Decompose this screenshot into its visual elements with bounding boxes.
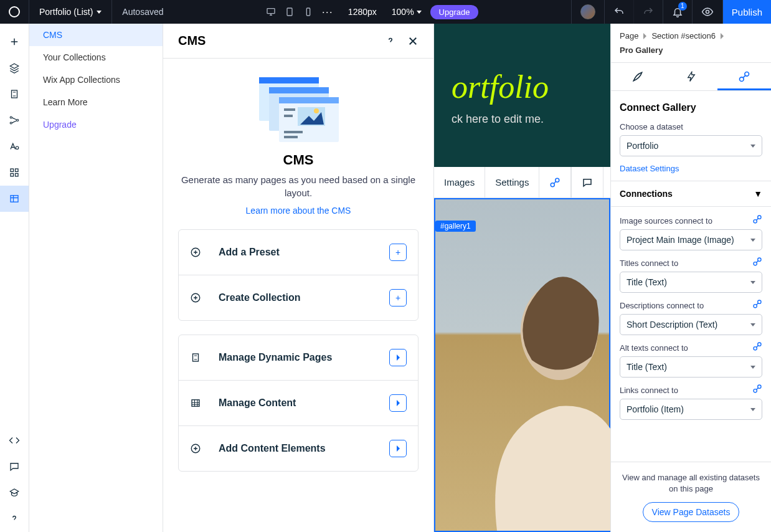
field-label: Alt texts connect to (620, 343, 688, 353)
mobile-device-icon[interactable] (303, 7, 313, 17)
cms-card[interactable]: Manage Dynamic Pages (179, 335, 418, 380)
plus-button[interactable]: + (389, 289, 407, 306)
bind-icon[interactable] (752, 257, 762, 269)
canvas-width[interactable]: 1280px (342, 7, 383, 17)
chat-icon[interactable] (0, 454, 29, 480)
svg-rect-1 (287, 8, 292, 16)
connect-tab-icon[interactable] (717, 63, 771, 90)
svg-rect-10 (16, 169, 19, 172)
preview-button[interactable] (692, 0, 722, 24)
dataset-dropdown[interactable]: Portfolio (620, 135, 762, 156)
arrow-button[interactable] (389, 349, 407, 366)
svg-point-5 (10, 116, 12, 118)
design-tab-icon[interactable] (611, 63, 665, 90)
hero-section[interactable]: ortfolio ck here to edit me. (434, 24, 610, 167)
animation-tab-icon[interactable] (665, 63, 718, 90)
cms-card[interactable]: Create Collection+ (179, 275, 418, 320)
sidelist-item[interactable]: Learn More (29, 91, 163, 113)
arrow-button[interactable] (389, 440, 407, 457)
field-dropdown[interactable]: Title (Text) (620, 356, 762, 378)
help-icon[interactable] (603, 167, 610, 197)
field-dropdown[interactable]: Portfolio (Item) (620, 399, 762, 420)
gallery-image[interactable] (434, 198, 610, 532)
breadcrumb: Page Section #section6 Pro Gallery (611, 24, 771, 63)
left-rail (0, 24, 29, 532)
typography-icon[interactable] (0, 133, 29, 159)
undo-button[interactable] (604, 0, 633, 24)
close-icon[interactable] (407, 36, 419, 47)
field-dropdown[interactable]: Project Main Image (Image) (620, 229, 762, 250)
cms-card[interactable]: Manage Content (179, 380, 418, 425)
cms-card[interactable]: Add a Preset+ (179, 230, 418, 275)
autosave-status: Autosaved (112, 0, 173, 24)
network-icon[interactable] (0, 107, 29, 133)
card-label: Manage Content (219, 397, 389, 409)
svg-point-36 (754, 220, 757, 223)
dev-mode-icon[interactable] (0, 427, 29, 454)
bind-icon[interactable] (752, 341, 762, 354)
bind-icon[interactable] (752, 299, 762, 311)
publish-button[interactable]: Publish (722, 0, 771, 24)
cms-card[interactable]: Add Content Elements (179, 425, 418, 471)
canvas: ortfolio ck here to edit me. #gallery1 I… (434, 24, 610, 532)
logo[interactable] (0, 0, 29, 24)
connect-data-icon[interactable] (539, 167, 571, 197)
apps-icon[interactable] (0, 159, 29, 186)
view-page-datasets-button[interactable]: View Page Datasets (643, 502, 740, 522)
svg-point-37 (758, 216, 761, 219)
section-title: Connect Gallery (620, 102, 762, 113)
field-dropdown[interactable]: Short Description (Text) (620, 314, 762, 335)
svg-point-35 (745, 72, 749, 77)
learn-more-link[interactable]: Learn more about the CMS (178, 206, 419, 216)
layers-icon[interactable] (0, 55, 29, 81)
bind-icon[interactable] (752, 214, 762, 227)
svg-point-44 (754, 389, 757, 392)
plus-button[interactable]: + (389, 244, 407, 261)
sidelist-item[interactable]: CMS (29, 24, 163, 46)
svg-rect-0 (267, 9, 275, 14)
svg-point-40 (754, 305, 757, 308)
tab-images[interactable]: Images (434, 167, 485, 197)
sidelist-item[interactable]: Upgrade (29, 113, 163, 136)
help-icon[interactable] (0, 506, 29, 532)
sidelist-item[interactable]: Your Collections (29, 46, 163, 69)
chevron-down-icon (97, 11, 102, 14)
dataset-settings-link[interactable]: Dataset Settings (620, 164, 679, 173)
add-icon[interactable] (0, 29, 29, 55)
comment-icon[interactable] (571, 167, 603, 197)
arrow-button[interactable] (389, 394, 407, 412)
zoom-selector[interactable]: 100% (392, 7, 422, 17)
cms-icon[interactable] (0, 186, 29, 212)
bind-icon[interactable] (752, 384, 762, 396)
breadcrumb-item[interactable]: Section #section6 (651, 31, 716, 40)
connections-accordion[interactable]: Connections ▼ (611, 181, 771, 207)
tablet-device-icon[interactable] (285, 7, 295, 17)
page-icon[interactable] (0, 81, 29, 107)
help-icon[interactable] (385, 36, 396, 47)
more-devices-icon[interactable]: ··· (322, 6, 333, 19)
learn-icon[interactable] (0, 480, 29, 506)
breadcrumb-item[interactable]: Page (620, 31, 638, 40)
breadcrumb-item[interactable]: Pro Gallery (620, 45, 663, 55)
field-label: Links connect to (620, 386, 678, 395)
footer-text: View and manage all existing datasets on… (622, 472, 760, 495)
tab-settings[interactable]: Settings (485, 167, 539, 197)
upgrade-button[interactable]: Upgrade (430, 5, 479, 19)
svg-rect-24 (284, 131, 303, 133)
caret-down-icon: ▼ (754, 189, 762, 199)
notifications-button[interactable]: 1 (663, 0, 692, 24)
project-name: Portfolio (List) (39, 7, 93, 17)
redo-button[interactable] (633, 0, 663, 24)
avatar[interactable] (571, 0, 604, 24)
field-dropdown[interactable]: Title (Text) (620, 272, 762, 293)
svg-point-3 (706, 11, 709, 14)
sidelist-item[interactable]: Wix App Collections (29, 69, 163, 91)
inspector-footer: View and manage all existing datasets on… (611, 462, 771, 532)
desktop-device-icon[interactable] (266, 7, 276, 17)
svg-point-41 (758, 300, 761, 303)
svg-point-8 (16, 146, 19, 150)
svg-rect-29 (192, 400, 199, 407)
chevron-down-icon (750, 281, 755, 284)
project-selector[interactable]: Portfolio (List) (29, 0, 112, 24)
element-tag[interactable]: #gallery1 (435, 221, 476, 232)
